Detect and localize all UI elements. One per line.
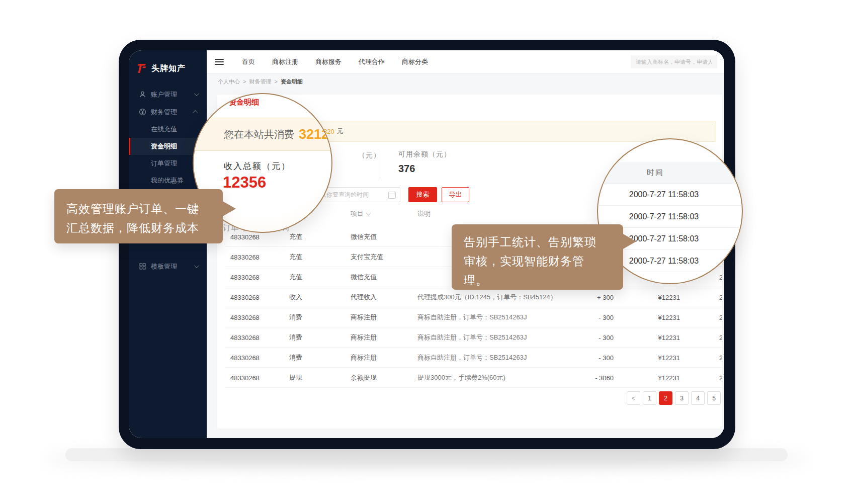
laptop-base — [65, 448, 788, 461]
column-header-project[interactable]: 项目 — [351, 209, 370, 218]
table-cell: 48330268 — [230, 333, 291, 341]
finance-icon — [139, 108, 146, 116]
calendar-icon[interactable] — [388, 192, 396, 199]
table-cell: 2000-7-27 11:58:03 — [719, 333, 722, 341]
chevron-down-icon — [194, 263, 199, 268]
table-cell: ¥12231 — [638, 313, 680, 321]
nav-item[interactable]: 商标服务 — [315, 57, 342, 66]
export-button[interactable]: 导出 — [442, 187, 469, 202]
logo-icon — [137, 63, 148, 73]
table-cell: 充值 — [289, 253, 302, 262]
magnified-income-label: 收入总额（元） — [224, 160, 291, 172]
table-cell: 48330268 — [230, 233, 291, 240]
sidebar-item[interactable]: 模板管理 — [129, 258, 207, 275]
breadcrumb: 个人中心>财务管理>资金明细 — [218, 73, 303, 90]
table-cell: 收入 — [289, 293, 302, 302]
stat-balance: 可用余额（元） 376 — [380, 150, 451, 179]
template-icon — [139, 263, 146, 270]
pagination: <12345 — [627, 391, 721, 405]
stat-balance-value: 376 — [398, 163, 451, 175]
table-cell: 充值 — [289, 273, 302, 282]
search-input[interactable] — [631, 55, 717, 68]
sidebar: 头牌知产 账户管理财务管理在线充值资金明细订单管理我的优惠券我的发票模板管理 — [129, 50, 207, 438]
sidebar-item[interactable]: 财务管理 — [129, 103, 207, 121]
table-cell: + 300 — [583, 293, 614, 301]
sidebar-item-label: 账户管理 — [151, 90, 177, 99]
breadcrumb-item[interactable]: 财务管理 — [249, 78, 271, 86]
table-cell: 消费 — [289, 333, 302, 342]
table-cell: 2000-7-27 11:58:03 — [719, 354, 722, 361]
table-cell: 充值 — [289, 232, 302, 241]
magnified-time-cell: 2000-7-27 11:58:03 — [598, 184, 742, 206]
nav-item[interactable]: 首页 — [242, 57, 255, 66]
nav-item[interactable]: 商标注册 — [272, 57, 298, 66]
logo[interactable]: 头牌知产 — [129, 50, 207, 78]
nav-item[interactable]: 代理合作 — [359, 57, 385, 66]
breadcrumb-item[interactable]: 资金明细 — [281, 78, 303, 86]
hamburger-icon[interactable] — [215, 59, 224, 65]
table-cell: 48330268 — [230, 354, 291, 361]
sidebar-item-label: 在线充值 — [151, 125, 177, 134]
page-button[interactable]: 5 — [707, 391, 721, 405]
table-cell: 余额提现 — [351, 373, 377, 382]
page-button[interactable]: 4 — [691, 391, 705, 405]
table-cell: 消费 — [289, 353, 302, 362]
stat-balance-label: 可用余额（元） — [398, 150, 451, 159]
prev-page-button[interactable]: < — [627, 391, 640, 405]
stat-expense-label: （元） — [358, 151, 381, 160]
top-navigation: 首页商标注册商标服务代理合作商标分类 — [242, 57, 428, 66]
user-icon — [139, 91, 146, 98]
table-cell: 商标注册 — [351, 353, 377, 362]
callout-left-line: 高效管理账户订单、一键 — [66, 199, 223, 218]
callout-left: 高效管理账户订单、一键 汇总数据，降低财务成本 — [54, 189, 223, 243]
stat-expense: （元） — [358, 151, 381, 160]
sidebar-item-label: 订单管理 — [151, 159, 177, 168]
page-button[interactable]: 3 — [675, 391, 689, 405]
sort-caret-icon — [366, 211, 371, 216]
table-cell: 2000-7-27 11:58:03 — [719, 273, 722, 281]
sidebar-item-label: 财务管理 — [151, 108, 177, 117]
table-cell: 微信充值 — [351, 232, 377, 241]
table-cell: 支付宝充值 — [351, 253, 383, 262]
page-button[interactable]: 1 — [643, 391, 656, 405]
callout-left-line: 汇总数据，降低财务成本 — [66, 218, 223, 237]
breadcrumb-item[interactable]: 个人中心 — [218, 78, 240, 86]
table-cell: 商标自助注册，订单号：SB2514263J — [417, 353, 583, 362]
callout-right-line: 审核，实现智能财务管 — [464, 251, 623, 271]
table-cell: - 3060 — [583, 374, 614, 381]
magnified-income-value: 12356 — [223, 174, 266, 192]
table-cell: - 300 — [583, 354, 614, 361]
callout-right-line: 理。 — [464, 271, 623, 290]
table-cell: 2000-7-27 11:58:03 — [719, 313, 722, 321]
table-cell: ¥12231 — [638, 333, 680, 341]
sidebar-item-label: 模板管理 — [151, 262, 177, 271]
table-cell: 48330268 — [230, 273, 291, 281]
table-cell: - 300 — [583, 313, 614, 321]
banner-unit: 元 — [337, 127, 344, 136]
table-cell: 2000-7-27 11:58:03 — [719, 374, 722, 381]
table-cell: 代理提成300元（ID:1245，订单号：SB45124） — [417, 293, 583, 302]
nav-item[interactable]: 商标分类 — [402, 57, 428, 66]
table-cell: 48330268 — [230, 293, 291, 301]
table-row: 48330268消费商标注册商标自助注册，订单号：SB2514263J- 300… — [225, 348, 722, 368]
magnified-banner: 您在本站共消费 32124 大 — [193, 118, 332, 151]
table-cell: 商标注册 — [351, 313, 377, 322]
table-cell: ¥12231 — [638, 374, 680, 381]
topbar: 首页商标注册商标服务代理合作商标分类 — [207, 50, 724, 73]
table-cell: 商标自助注册，订单号：SB2514263J — [417, 313, 583, 322]
search-button[interactable]: 搜索 — [408, 187, 437, 202]
callout-right: 告别手工统计、告别繁琐 审核，实现智能财务管 理。 — [452, 224, 623, 290]
chevron-up-icon — [193, 110, 198, 115]
sidebar-item[interactable]: 账户管理 — [129, 86, 207, 103]
page-button[interactable]: 2 — [659, 391, 672, 405]
breadcrumb-separator: > — [243, 78, 246, 85]
table-row: 48330268提现余额提现提现3000元，手续费2%(60元)- 3060¥1… — [225, 368, 722, 388]
table-row: 48330268消费商标注册商标自助注册，订单号：SB2514263J- 300… — [225, 307, 722, 327]
table-cell: 48330268 — [230, 374, 291, 381]
tab-funds-detail[interactable]: 资金明细 — [229, 98, 259, 107]
table-row: 48330268消费商标注册商标自助注册，订单号：SB2514263J- 300… — [225, 327, 722, 348]
sidebar-item[interactable]: 在线充值 — [129, 121, 207, 138]
table-row: 48330268收入代理收入代理提成300元（ID:1245，订单号：SB451… — [225, 287, 722, 307]
magnified-time-header: 时间 — [598, 162, 742, 184]
breadcrumb-separator: > — [274, 78, 277, 85]
